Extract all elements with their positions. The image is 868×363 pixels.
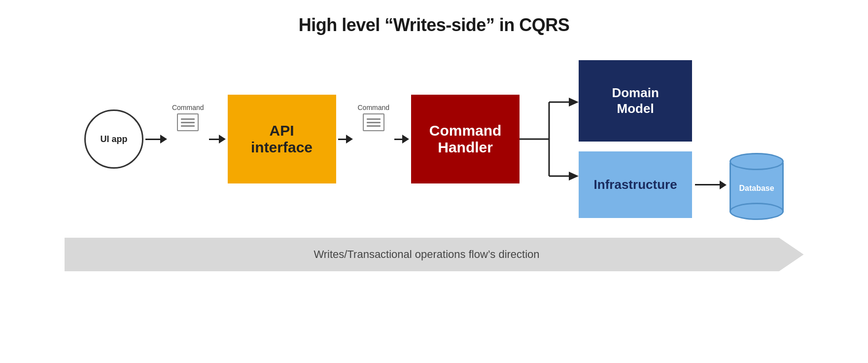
- db-bottom-ellipse: [729, 203, 784, 220]
- command-icon-1: [177, 113, 199, 131]
- icon-line-3: [181, 125, 195, 127]
- command-handler-box: CommandHandler: [411, 95, 520, 183]
- api-interface-box: APIinterface: [228, 95, 336, 183]
- flow-row: UI app Command APIinterface: [20, 60, 848, 218]
- command-group-1: Command: [172, 104, 204, 135]
- icon-line-1: [181, 118, 195, 120]
- database-label: Database: [739, 184, 774, 193]
- right-column: DomainModel Infrastructure: [579, 60, 784, 218]
- icon-line-5: [367, 122, 381, 123]
- arrow-cmd2-to-handler: [394, 135, 409, 144]
- svg-marker-6: [569, 172, 579, 181]
- command-label-2: Command: [358, 104, 390, 111]
- arrow-cmd1-to-api: [209, 135, 226, 144]
- arrow-api-to-cmd2: [338, 135, 353, 144]
- arrow-shaft-4: [394, 139, 402, 140]
- infra-row: Infrastructure Database: [579, 151, 784, 218]
- ui-app-box: UI app: [84, 109, 143, 169]
- command-group-2: Command: [358, 104, 390, 135]
- infrastructure-box: Infrastructure: [579, 151, 692, 218]
- domain-model-label: DomainModel: [612, 85, 659, 116]
- database-group: Database: [729, 153, 784, 217]
- diagram-area: UI app Command APIinterface: [20, 60, 848, 353]
- command-icon-2: [363, 113, 384, 131]
- infrastructure-label: Infrastructure: [594, 177, 677, 192]
- arrow-shaft-2: [209, 139, 219, 140]
- arrow-infra-to-db: [695, 181, 727, 189]
- bottom-banner: Writes/Transactional operations flow’s d…: [65, 238, 804, 271]
- arrow-shaft-5: [695, 184, 720, 185]
- domain-model-box: DomainModel: [579, 60, 692, 142]
- arrow-ui-to-api: [145, 135, 167, 144]
- icon-line-6: [367, 125, 381, 127]
- arrow-shaft-3: [338, 139, 346, 140]
- command-handler-label: CommandHandler: [429, 122, 502, 156]
- svg-marker-3: [569, 98, 579, 107]
- database-cylinder: Database: [729, 153, 784, 217]
- arrow-head-5: [720, 181, 727, 189]
- command-label-1: Command: [172, 104, 204, 111]
- fork-arrows-svg: [520, 63, 579, 216]
- bottom-banner-text: Writes/Transactional operations flow’s d…: [313, 248, 554, 261]
- arrow-head-2: [219, 135, 226, 144]
- ui-app-label: UI app: [100, 134, 127, 145]
- db-top-ellipse: [729, 153, 784, 170]
- icon-line-4: [367, 118, 381, 120]
- arrow-shaft-1: [145, 139, 160, 140]
- arrow-head-3: [346, 135, 353, 144]
- page-title: High level “Writes-side” in CQRS: [299, 15, 569, 36]
- icon-line-2: [181, 122, 195, 123]
- api-interface-label: APIinterface: [251, 122, 312, 156]
- arrow-head-4: [402, 135, 409, 144]
- arrow-head-1: [160, 135, 167, 144]
